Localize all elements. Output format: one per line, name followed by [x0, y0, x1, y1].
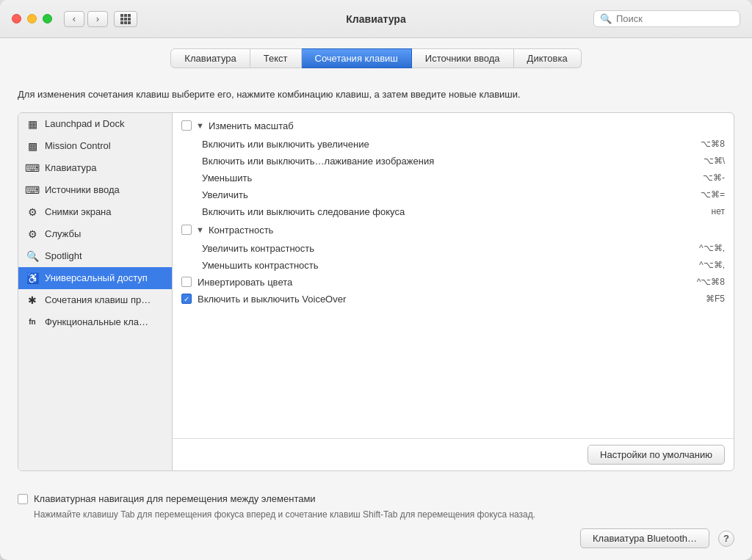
shortcut-key: ⌥⌘\ — [704, 156, 725, 166]
shortcut-key: ⌘F5 — [706, 294, 725, 304]
keyboard-nav-checkbox[interactable] — [18, 494, 28, 504]
shortcut-label: Включить или выключить следование фокуса — [202, 206, 703, 217]
tab-text[interactable]: Текст — [250, 48, 302, 68]
close-button[interactable] — [12, 14, 21, 23]
shortcut-item[interactable]: Включить или выключить следование фокуса… — [173, 203, 734, 220]
main-panel: ▦ Launchpad и Dock ▩ Mission Control ⌨ К… — [18, 112, 734, 472]
nav-buttons: ‹ › — [64, 11, 137, 27]
funckeys-icon: fn — [26, 316, 39, 329]
sidebar-item-accessibility[interactable]: ♿ Универсальный доступ — [18, 267, 172, 289]
shortcut-key: нет — [712, 206, 725, 217]
accessibility-icon: ♿ — [26, 272, 39, 285]
tab-keyboard[interactable]: Клавиатура — [170, 48, 250, 68]
sidebar-item-label: Spotlight — [45, 250, 82, 261]
sidebar-item-label: Клавиатура — [45, 162, 96, 173]
shortcut-key: ⌥⌘- — [703, 172, 725, 183]
services-icon: ⚙ — [26, 228, 39, 241]
shortcut-item[interactable]: Увеличить контрастность ^⌥⌘, — [173, 240, 734, 257]
tab-input[interactable]: Источники ввода — [412, 48, 514, 68]
sidebar-item-label: Launchpad и Dock — [45, 118, 124, 129]
help-button[interactable]: ? — [718, 531, 734, 547]
keyboard-icon: ⌨ — [26, 161, 39, 175]
grid-button[interactable] — [114, 11, 137, 27]
bluetooth-button[interactable]: Клавиатура Bluetooth… — [580, 528, 709, 548]
sidebar-item-inputsources[interactable]: ⌨ Источники ввода — [18, 179, 172, 201]
shortcut-label: Включить или выключить увеличение — [202, 139, 692, 150]
back-button[interactable]: ‹ — [64, 11, 84, 27]
window-title: Клавиатура — [346, 13, 405, 25]
footer-checkbox-row: Клавиатурная навигация для перемещения м… — [18, 493, 734, 504]
shortcut-item-voiceover[interactable]: ✓ Включить и выключить VoiceOver ⌘F5 — [173, 291, 734, 308]
zoom-expand-icon: ▼ — [196, 121, 204, 130]
mission-icon: ▩ — [26, 139, 39, 153]
sidebar-item-label: Источники ввода — [45, 184, 120, 195]
shortcut-key: ^⌥⌘, — [699, 260, 725, 270]
shortcut-label: Уменьшить контрастность — [202, 260, 690, 271]
tab-shortcuts[interactable]: Сочетания клавиш — [302, 48, 412, 68]
voiceover-checkbox[interactable]: ✓ — [181, 294, 192, 304]
section-zoom-header[interactable]: ▼ Изменить масштаб — [173, 116, 734, 136]
launchpad-icon: ▦ — [26, 117, 39, 131]
sidebar-item-mission[interactable]: ▩ Mission Control — [18, 135, 172, 157]
shortcut-key: ^⌥⌘8 — [697, 277, 725, 287]
sidebar-item-services[interactable]: ⚙ Службы — [18, 223, 172, 245]
search-icon: 🔍 — [600, 13, 612, 24]
shortcut-item-invert[interactable]: Инвертировать цвета ^⌥⌘8 — [173, 274, 734, 291]
footer-checkbox-label: Клавиатурная навигация для перемещения м… — [34, 493, 316, 504]
shortcut-item[interactable]: Уменьшить ⌥⌘- — [173, 170, 734, 186]
right-panel-bottom: Настройки по умолчанию — [173, 438, 734, 470]
content-area: Для изменения сочетания клавиш выберите … — [0, 76, 752, 483]
shortcut-label: Инвертировать цвета — [198, 277, 688, 288]
shortcuts-list: ▼ Изменить масштаб Включить или выключит… — [173, 113, 734, 439]
sidebar-item-label: Универсальный доступ — [45, 272, 148, 283]
sidebar-item-launchpad[interactable]: ▦ Launchpad и Dock — [18, 113, 172, 135]
shortcut-key: ⌥⌘8 — [701, 139, 725, 149]
section-contrast-label: Контрастность — [209, 225, 274, 236]
minimize-button[interactable] — [27, 14, 37, 23]
sidebar-item-label: Функциональные кла… — [45, 316, 148, 327]
shortcut-key: ⌥⌘= — [701, 189, 725, 200]
sidebar-item-appshortcuts[interactable]: ✱ Сочетания клавиш пр… — [18, 289, 172, 311]
invert-checkbox[interactable] — [181, 277, 192, 287]
sidebar-item-funckeys[interactable]: fn Функциональные кла… — [18, 311, 172, 333]
titlebar: ‹ › Клавиатура 🔍 — [0, 0, 752, 38]
shortcut-label: Включить и выключить VoiceOver — [198, 294, 697, 305]
sidebar: ▦ Launchpad и Dock ▩ Mission Control ⌨ К… — [18, 113, 173, 471]
shortcut-label: Увеличить — [202, 189, 692, 200]
sidebar-item-label: Службы — [45, 228, 81, 239]
search-input[interactable] — [616, 13, 734, 24]
contrast-expand-icon: ▼ — [196, 225, 204, 234]
section-contrast-header[interactable]: ▼ Контрастность — [173, 220, 734, 240]
sidebar-item-label: Снимки экрана — [45, 206, 112, 217]
footer: Клавиатурная навигация для перемещения м… — [0, 483, 752, 560]
footer-description: Нажимайте клавишу Tab для перемещения фо… — [34, 509, 734, 521]
forward-button[interactable]: › — [87, 11, 108, 27]
zoom-section-checkbox[interactable] — [181, 120, 192, 131]
appshortcuts-icon: ✱ — [26, 294, 39, 307]
shortcut-key: ^⌥⌘, — [699, 243, 725, 253]
spotlight-icon: 🔍 — [26, 250, 39, 263]
contrast-section-checkbox[interactable] — [181, 225, 192, 235]
tabs-bar: Клавиатура Текст Сочетания клавиш Источн… — [0, 38, 752, 76]
description-text: Для изменения сочетания клавиш выберите … — [18, 87, 734, 102]
traffic-lights — [12, 14, 52, 23]
defaults-button[interactable]: Настройки по умолчанию — [588, 445, 725, 465]
sidebar-item-screenshots[interactable]: ⚙ Снимки экрана — [18, 201, 172, 223]
section-zoom-label: Изменить масштаб — [209, 120, 294, 131]
shortcut-item[interactable]: Включить или выключить…лаживание изображ… — [173, 153, 734, 170]
shortcut-label: Увеличить контрастность — [202, 243, 690, 254]
search-box: 🔍 — [593, 10, 740, 27]
sidebar-item-keyboard[interactable]: ⌨ Клавиатура — [18, 157, 172, 179]
tab-dictation[interactable]: Диктовка — [514, 48, 582, 68]
right-panel: ▼ Изменить масштаб Включить или выключит… — [173, 113, 734, 471]
shortcut-item[interactable]: Уменьшить контрастность ^⌥⌘, — [173, 257, 734, 274]
maximize-button[interactable] — [43, 14, 52, 23]
shortcut-label: Уменьшить — [202, 172, 694, 183]
sidebar-item-label: Сочетания клавиш пр… — [45, 294, 151, 305]
shortcut-item[interactable]: Включить или выключить увеличение ⌥⌘8 — [173, 136, 734, 153]
sidebar-item-label: Mission Control — [45, 140, 111, 151]
inputsources-icon: ⌨ — [26, 183, 39, 197]
screenshots-icon: ⚙ — [26, 206, 39, 219]
sidebar-item-spotlight[interactable]: 🔍 Spotlight — [18, 245, 172, 267]
shortcut-item[interactable]: Увеличить ⌥⌘= — [173, 186, 734, 203]
